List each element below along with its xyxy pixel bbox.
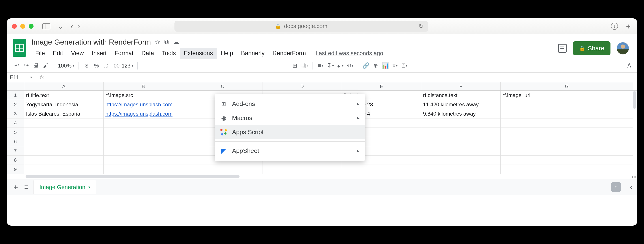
explore-button[interactable]: ✦ xyxy=(611,182,621,192)
cell[interactable] xyxy=(104,128,183,137)
horizontal-scrollbar[interactable]: ◂▸ xyxy=(6,174,638,179)
column-header[interactable]: D xyxy=(262,82,342,90)
menu-file[interactable]: File xyxy=(31,48,49,59)
sidebar-dropdown-icon[interactable]: ⌄ xyxy=(56,22,65,31)
filter-icon[interactable]: ▿▾ xyxy=(391,62,399,70)
row-header[interactable]: 8 xyxy=(6,156,24,165)
insert-comment-icon[interactable]: ⊕ xyxy=(372,62,380,70)
dropdown-item-addons[interactable]: ⊞ Add-ons ▸ xyxy=(215,97,365,111)
column-header[interactable]: F xyxy=(421,82,501,90)
zoom-selector[interactable]: 100% ▾ xyxy=(58,63,74,69)
menu-help[interactable]: Help xyxy=(217,48,237,59)
google-sheets-logo-icon[interactable] xyxy=(13,39,26,57)
dropdown-item-macros[interactable]: ◉ Macros ▸ xyxy=(215,111,365,125)
cell[interactable] xyxy=(24,156,104,165)
cell[interactable] xyxy=(421,156,501,165)
cell[interactable]: Islas Baleares, España xyxy=(24,109,104,118)
share-button[interactable]: 🔒 Share xyxy=(573,41,610,55)
cell[interactable] xyxy=(501,137,633,146)
cell[interactable] xyxy=(421,137,501,146)
cell[interactable] xyxy=(24,165,104,174)
menu-renderform[interactable]: RenderForm xyxy=(268,48,310,59)
cell[interactable] xyxy=(421,128,501,137)
functions-icon[interactable]: Σ▾ xyxy=(401,62,409,70)
cell[interactable]: 11,420 kilometres away xyxy=(421,100,501,109)
comments-icon[interactable] xyxy=(558,44,567,53)
maximize-window-icon[interactable] xyxy=(29,24,34,29)
insert-chart-icon[interactable]: 📊 xyxy=(381,62,389,70)
close-window-icon[interactable] xyxy=(12,24,17,29)
row-header[interactable]: 2 xyxy=(6,100,24,109)
column-header[interactable]: B xyxy=(104,82,183,90)
cell[interactable] xyxy=(501,100,633,109)
insert-link-icon[interactable]: 🔗 xyxy=(362,62,370,70)
dropdown-item-apps-script[interactable]: Apps Script xyxy=(215,125,365,139)
document-title[interactable]: Image Generation with RenderForm xyxy=(31,38,151,46)
menu-format[interactable]: Format xyxy=(111,48,138,59)
column-header[interactable]: C xyxy=(183,82,262,90)
menu-view[interactable]: View xyxy=(67,48,88,59)
borders-icon[interactable]: ⊞ xyxy=(291,62,299,70)
text-rotation-icon[interactable]: ⟲▾ xyxy=(346,62,354,70)
redo-icon[interactable]: ↷ xyxy=(22,62,30,70)
minimize-window-icon[interactable] xyxy=(20,24,25,29)
cell[interactable]: rf.image_url xyxy=(501,91,633,100)
cell[interactable] xyxy=(501,109,633,118)
cell[interactable] xyxy=(421,165,501,174)
cell[interactable]: rf.image.src xyxy=(104,91,183,100)
row-header[interactable]: 4 xyxy=(6,118,24,128)
move-icon[interactable]: ⧉ xyxy=(164,38,169,46)
cell[interactable] xyxy=(104,146,183,156)
cell[interactable] xyxy=(183,165,262,174)
column-header[interactable]: E xyxy=(342,82,421,90)
cell[interactable] xyxy=(501,118,633,128)
star-icon[interactable]: ☆ xyxy=(155,38,160,46)
menu-insert[interactable]: Insert xyxy=(88,48,111,59)
row-header[interactable]: 3 xyxy=(6,109,24,118)
dropdown-item-appsheet[interactable]: ◤ AppSheet ▸ xyxy=(215,144,365,158)
horizontal-align-icon[interactable]: ≡▾ xyxy=(317,62,325,70)
menu-edit[interactable]: Edit xyxy=(49,48,67,59)
cell[interactable]: Yogyakarta, Indonesia xyxy=(24,100,104,109)
last-edit-status[interactable]: Last edit was seconds ago xyxy=(316,48,383,59)
cell[interactable]: https://images.unsplash.com xyxy=(104,109,183,118)
row-header[interactable]: 5 xyxy=(6,128,24,137)
cell[interactable] xyxy=(104,137,183,146)
column-header[interactable]: G xyxy=(501,82,633,90)
new-tab-button[interactable]: ＋ xyxy=(624,21,632,31)
row-header[interactable]: 9 xyxy=(6,165,24,174)
add-sheet-button[interactable]: ＋ xyxy=(12,182,20,192)
more-formats-button[interactable]: 123 ▾ xyxy=(122,63,134,69)
undo-icon[interactable]: ↶ xyxy=(13,62,21,70)
cell[interactable]: rf.distance.text xyxy=(421,91,501,100)
decrease-decimal-button[interactable]: .0 xyxy=(102,62,110,70)
cell[interactable] xyxy=(24,146,104,156)
percent-format-button[interactable]: % xyxy=(92,62,100,70)
row-header[interactable]: 7 xyxy=(6,146,24,156)
cell-name-box[interactable]: E11 ▾ xyxy=(6,72,35,82)
collapse-toolbar-icon[interactable]: ᐱ xyxy=(627,62,631,69)
print-icon[interactable]: 🖶 xyxy=(32,62,40,70)
cell[interactable]: rf.title.text xyxy=(24,91,104,100)
increase-decimal-button[interactable]: .00 xyxy=(112,62,120,70)
address-bar[interactable]: 🔒 docs.google.com ↻ xyxy=(174,21,428,32)
cell[interactable] xyxy=(104,118,183,128)
cell[interactable] xyxy=(501,128,633,137)
merge-cells-icon[interactable]: ⿻▾ xyxy=(300,62,308,70)
menu-extensions[interactable]: Extensions xyxy=(180,48,217,59)
row-header[interactable]: 1 xyxy=(6,91,24,100)
cell[interactable]: https://images.unsplash.com xyxy=(104,100,183,109)
cell[interactable] xyxy=(421,118,501,128)
paint-format-icon[interactable]: 🖌 xyxy=(42,62,50,70)
cell[interactable] xyxy=(104,156,183,165)
side-panel-toggle-icon[interactable]: ‹ xyxy=(630,184,632,190)
cell[interactable]: 9,840 kilometres away xyxy=(421,109,501,118)
back-button[interactable]: ‹ xyxy=(70,22,73,30)
cell[interactable] xyxy=(501,165,633,174)
account-avatar[interactable] xyxy=(617,42,629,54)
cell[interactable] xyxy=(104,165,183,174)
menu-bannerly[interactable]: Bannerly xyxy=(237,48,269,59)
vertical-scrollbar[interactable] xyxy=(632,82,636,179)
cell[interactable] xyxy=(262,165,342,174)
cell[interactable] xyxy=(24,137,104,146)
